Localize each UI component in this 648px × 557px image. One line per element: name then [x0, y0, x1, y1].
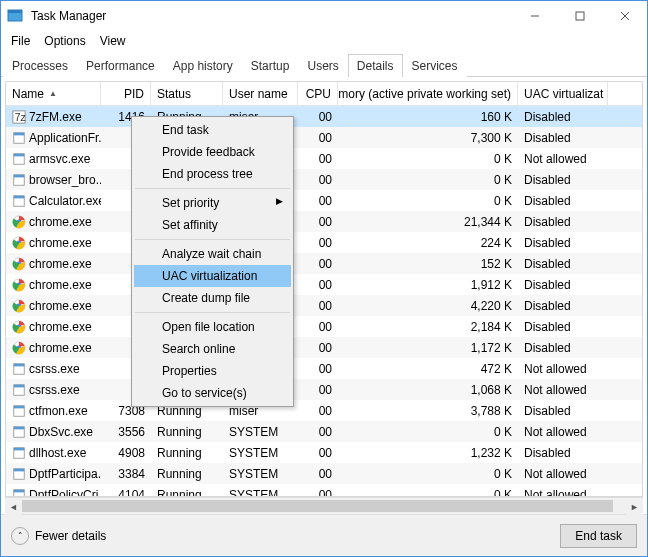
table-row[interactable]: browser_bro...000 KDisabled	[6, 169, 642, 190]
sort-asc-icon: ▲	[49, 89, 57, 98]
close-button[interactable]	[602, 1, 647, 31]
fewer-details-toggle[interactable]: ˄ Fewer details	[11, 527, 106, 545]
cell-pid: 4908	[101, 446, 151, 460]
menu-view[interactable]: View	[94, 32, 132, 50]
horizontal-scrollbar[interactable]: ◄ ►	[5, 497, 643, 514]
table-row[interactable]: dllhost.exe4908RunningSYSTEM001,232 KDis…	[6, 442, 642, 463]
cell-mem: 1,068 K	[338, 383, 518, 397]
cell-uac: Disabled	[518, 446, 608, 460]
table-row[interactable]: chrome.exe0021,344 KDisabled	[6, 211, 642, 232]
cell-mem: 0 K	[338, 467, 518, 481]
context-menu-item[interactable]: Create dump file	[134, 287, 291, 309]
col-name[interactable]: Name▲	[6, 82, 101, 105]
col-pid[interactable]: PID	[101, 82, 151, 105]
menu-separator	[135, 312, 290, 313]
cell-name: DptfParticipa...	[6, 467, 101, 481]
table-row[interactable]: chrome.exe00152 KDisabled	[6, 253, 642, 274]
menu-file[interactable]: File	[5, 32, 36, 50]
process-icon	[12, 362, 26, 376]
process-icon	[12, 173, 26, 187]
table-row[interactable]: chrome.exe001,912 KDisabled	[6, 274, 642, 295]
context-menu-item[interactable]: Set priority▶	[134, 192, 291, 214]
col-cpu[interactable]: CPU	[298, 82, 338, 105]
table-row[interactable]: 7z7zFM.exe1416Runningmiser00160 KDisable…	[6, 106, 642, 127]
scroll-right-button[interactable]: ►	[626, 498, 643, 515]
cell-cpu: 00	[298, 173, 338, 187]
context-menu-item[interactable]: UAC virtualization	[134, 265, 291, 287]
table-row[interactable]: chrome.exe001,172 KDisabled	[6, 337, 642, 358]
tab-performance[interactable]: Performance	[77, 54, 164, 77]
context-menu-item[interactable]: Analyze wait chain	[134, 243, 291, 265]
table-row[interactable]: armsvc.exeM000 KNot allowed	[6, 148, 642, 169]
context-menu-item[interactable]: Set affinity	[134, 214, 291, 236]
table-body: 7z7zFM.exe1416Runningmiser00160 KDisable…	[6, 106, 642, 497]
cell-name: csrss.exe	[6, 362, 101, 376]
table-row[interactable]: Calculator.exe000 KDisabled	[6, 190, 642, 211]
col-uac[interactable]: UAC virtualizat	[518, 82, 608, 105]
process-icon	[12, 257, 26, 271]
cell-mem: 2,184 K	[338, 320, 518, 334]
cell-uac: Disabled	[518, 131, 608, 145]
process-icon	[12, 194, 26, 208]
table-row[interactable]: DptfParticipa...3384RunningSYSTEM000 KNo…	[6, 463, 642, 484]
scroll-thumb[interactable]	[22, 500, 613, 512]
process-icon	[12, 383, 26, 397]
cell-cpu: 00	[298, 278, 338, 292]
context-menu-item[interactable]: End task	[134, 119, 291, 141]
table-row[interactable]: chrome.exe002,184 KDisabled	[6, 316, 642, 337]
tab-app-history[interactable]: App history	[164, 54, 242, 77]
tab-processes[interactable]: Processes	[3, 54, 77, 77]
tab-services[interactable]: Services	[403, 54, 467, 77]
process-icon	[12, 467, 26, 481]
cell-uac: Disabled	[518, 404, 608, 418]
end-task-button[interactable]: End task	[560, 524, 637, 548]
table-row[interactable]: chrome.exe004,220 KDisabled	[6, 295, 642, 316]
context-menu-item[interactable]: Search online	[134, 338, 291, 360]
table-row[interactable]: ctfmon.exe7308Runningmiser003,788 KDisab…	[6, 400, 642, 421]
context-menu-item[interactable]: Open file location	[134, 316, 291, 338]
process-icon	[12, 488, 26, 498]
cell-cpu: 00	[298, 467, 338, 481]
minimize-button[interactable]	[512, 1, 557, 31]
submenu-arrow-icon: ▶	[276, 196, 283, 206]
process-icon	[12, 299, 26, 313]
menu-options[interactable]: Options	[38, 32, 91, 50]
cell-mem: 21,344 K	[338, 215, 518, 229]
svg-rect-15	[14, 195, 25, 198]
tab-users[interactable]: Users	[298, 54, 347, 77]
table-row[interactable]: csrss.exeM00472 KNot allowed	[6, 358, 642, 379]
col-status[interactable]: Status	[151, 82, 223, 105]
cell-cpu: 00	[298, 236, 338, 250]
cell-name: ctfmon.exe	[6, 404, 101, 418]
table-row[interactable]: chrome.exe00224 KDisabled	[6, 232, 642, 253]
titlebar[interactable]: Task Manager	[1, 1, 647, 31]
context-menu-item[interactable]: Provide feedback	[134, 141, 291, 163]
table-row[interactable]: DptfPolicyCri...4104RunningSYSTEM000 KNo…	[6, 484, 642, 497]
col-user[interactable]: User name	[223, 82, 298, 105]
tab-startup[interactable]: Startup	[242, 54, 299, 77]
cell-status: Running	[151, 425, 223, 439]
chevron-up-icon: ˄	[11, 527, 29, 545]
context-menu-item[interactable]: Properties	[134, 360, 291, 382]
cell-cpu: 00	[298, 425, 338, 439]
cell-cpu: 00	[298, 488, 338, 498]
cell-uac: Not allowed	[518, 152, 608, 166]
maximize-button[interactable]	[557, 1, 602, 31]
table-row[interactable]: DbxSvc.exe3556RunningSYSTEM000 KNot allo…	[6, 421, 642, 442]
table-header: Name▲ PID Status User name CPU Memory (a…	[6, 82, 642, 106]
scroll-left-button[interactable]: ◄	[5, 498, 22, 515]
cell-mem: 4,220 K	[338, 299, 518, 313]
col-mem[interactable]: Memory (active private working set)	[338, 82, 518, 105]
context-menu-item[interactable]: End process tree	[134, 163, 291, 185]
tab-details[interactable]: Details	[348, 54, 403, 77]
cell-name: chrome.exe	[6, 341, 101, 355]
cell-name: Calculator.exe	[6, 194, 101, 208]
process-icon	[12, 446, 26, 460]
table-row[interactable]: csrss.exeM001,068 KNot allowed	[6, 379, 642, 400]
context-menu-item[interactable]: Go to service(s)	[134, 382, 291, 404]
fewer-details-label: Fewer details	[35, 529, 106, 543]
process-icon: 7z	[12, 110, 26, 124]
table-row[interactable]: ApplicationFr...007,300 KDisabled	[6, 127, 642, 148]
cell-name: browser_bro...	[6, 173, 101, 187]
cell-uac: Disabled	[518, 278, 608, 292]
